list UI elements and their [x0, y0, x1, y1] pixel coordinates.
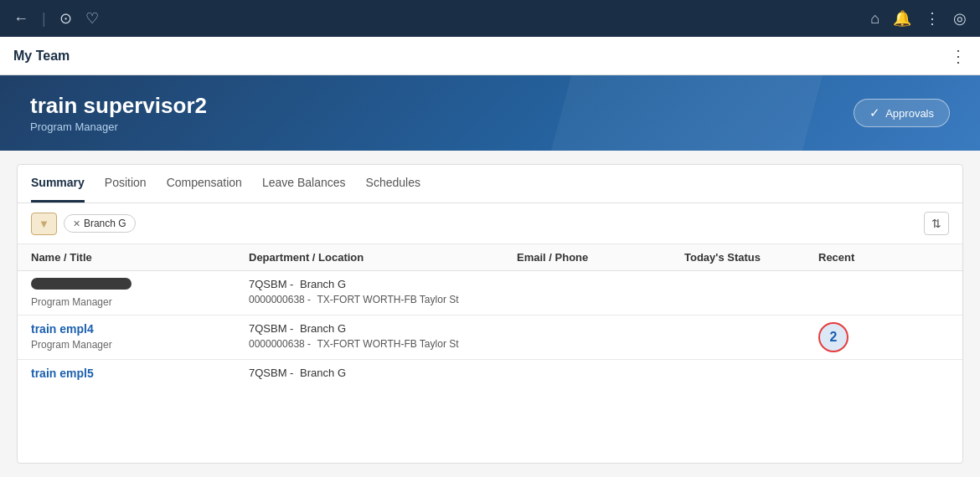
favorites-icon[interactable]: ♡ — [85, 9, 99, 28]
page-title: My Team — [13, 49, 70, 64]
tab-position[interactable]: Position — [105, 165, 147, 203]
employee-name-cell: train empl4 Program Manager — [31, 322, 249, 351]
sort-icon: ⇅ — [931, 217, 941, 230]
employee-job-title: Program Manager — [31, 339, 249, 351]
more-options-icon[interactable]: ⋮ — [925, 9, 940, 28]
approvals-button-label: Approvals — [885, 107, 934, 120]
table-row: train empl4 Program Manager 7QSBM - Bran… — [18, 315, 962, 360]
hero-user-name: train supervisor2 — [30, 93, 207, 119]
col-header-dept: Department / Location — [249, 251, 517, 264]
employee-name[interactable]: train empl5 — [31, 367, 249, 380]
hero-text: train supervisor2 Program Manager — [30, 93, 207, 133]
table-header: Name / Title Department / Location Email… — [18, 244, 962, 271]
employee-dept-primary: 7QSBM - Branch G — [249, 278, 517, 290]
filter-row: ▼ ✕ Branch G ⇅ — [18, 203, 962, 244]
employee-dept-cell: 7QSBM - Branch G 0000000638 - TX-FORT WO… — [249, 322, 517, 350]
content-card: Summary Position Compensation Leave Bala… — [17, 164, 963, 464]
employee-location: 0000000638 - TX-FORT WORTH-FB Taylor St — [249, 294, 517, 305]
sort-button[interactable]: ⇅ — [924, 212, 949, 235]
employee-dept-cell: 7QSBM - Branch G 0000000638 - TX-FORT WO… — [249, 278, 517, 305]
history-icon[interactable]: ⊙ — [59, 9, 72, 28]
table-row: Program Manager 7QSBM - Branch G 0000000… — [18, 271, 962, 315]
back-icon[interactable]: ← — [13, 10, 28, 28]
employee-name-cell: train empl5 — [31, 367, 249, 383]
tab-summary[interactable]: Summary — [31, 165, 85, 203]
page-more-icon[interactable]: ⋮ — [950, 46, 967, 66]
employee-name-cell: Program Manager — [31, 278, 249, 308]
employee-name[interactable]: train empl4 — [31, 322, 249, 336]
filter-tag-label: Branch G — [84, 218, 126, 229]
col-header-name: Name / Title — [31, 251, 249, 264]
nav-left-icons: ← | ⊙ ♡ — [13, 9, 99, 28]
employee-job-title: Program Manager — [31, 296, 249, 308]
table-row: train empl5 7QSBM - Branch G — [18, 360, 962, 390]
filter-close-icon[interactable]: ✕ — [73, 218, 80, 229]
recent-count-badge[interactable]: 2 — [818, 322, 848, 352]
filter-button[interactable]: ▼ — [31, 213, 57, 235]
col-header-email: Email / Phone — [517, 251, 684, 264]
notifications-icon[interactable]: 🔔 — [893, 9, 911, 28]
main-content: Summary Position Compensation Leave Bala… — [0, 151, 980, 477]
filter-icon: ▼ — [39, 218, 49, 230]
tab-compensation[interactable]: Compensation — [167, 165, 242, 203]
nav-right-icons: ⌂ 🔔 ⋮ ◎ — [870, 9, 967, 28]
active-filter-tag[interactable]: ✕ Branch G — [64, 214, 136, 233]
hero-job-title: Program Manager — [30, 121, 207, 133]
employee-location: 0000000638 - TX-FORT WORTH-FB Taylor St — [249, 338, 517, 350]
page-header-bar: My Team ⋮ — [0, 37, 980, 75]
checkmark-icon: ✓ — [869, 105, 880, 121]
compass-icon[interactable]: ◎ — [953, 9, 967, 28]
col-header-status: Today's Status — [684, 251, 818, 264]
employee-dept-cell: 7QSBM - Branch G — [249, 367, 517, 379]
tabs-bar: Summary Position Compensation Leave Bala… — [18, 165, 962, 203]
employee-dept-primary: 7QSBM - Branch G — [249, 367, 517, 379]
approvals-button[interactable]: ✓ Approvals — [854, 99, 950, 127]
hero-banner: train supervisor2 Program Manager ✓ Appr… — [0, 75, 980, 151]
top-navigation: ← | ⊙ ♡ ⌂ 🔔 ⋮ ◎ — [0, 0, 980, 37]
employee-recent-cell[interactable]: 2 — [818, 322, 902, 352]
table-body: Program Manager 7QSBM - Branch G 0000000… — [18, 271, 962, 454]
employee-dept-primary: 7QSBM - Branch G — [249, 322, 517, 335]
col-header-recent: Recent — [818, 251, 902, 264]
tab-leave-balances[interactable]: Leave Balances — [262, 165, 346, 203]
filter-left: ▼ ✕ Branch G — [31, 213, 136, 235]
home-icon[interactable]: ⌂ — [870, 10, 879, 28]
redacted-name-bar — [31, 278, 132, 290]
tab-schedules[interactable]: Schedules — [366, 165, 420, 203]
